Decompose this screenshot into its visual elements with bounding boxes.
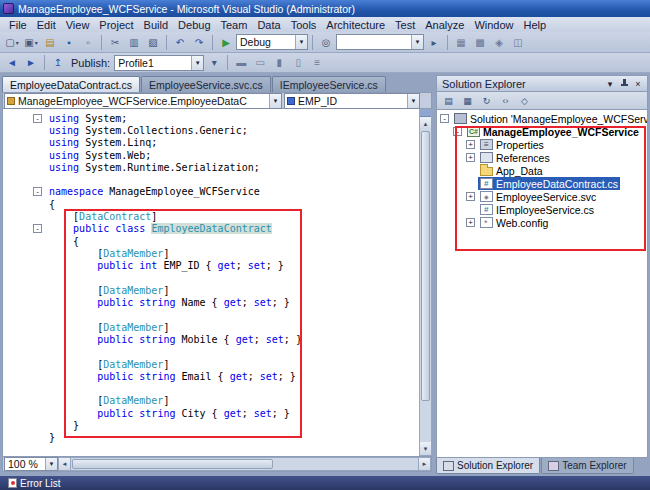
scroll-down-icon[interactable]: ▼ <box>420 442 431 455</box>
code-line: -namespace ManageEmployee_WCFService <box>3 186 419 198</box>
toolbox-icon[interactable]: ◫ <box>509 34 527 51</box>
menu-project[interactable]: Project <box>94 18 138 32</box>
redo-icon[interactable]: ↷ <box>190 34 208 51</box>
menu-test[interactable]: Test <box>390 18 420 32</box>
class-icon <box>7 97 15 105</box>
fold-toggle-icon[interactable]: - <box>33 187 42 196</box>
menu-help[interactable]: Help <box>519 18 552 32</box>
tree-item-employeedatacontract.cs[interactable]: EmployeeDataContract.cs <box>437 177 647 190</box>
error-list-tab[interactable]: Error List <box>2 477 67 489</box>
tree-expander-icon[interactable]: + <box>466 140 475 149</box>
menu-view[interactable]: View <box>61 18 95 32</box>
menu-tools[interactable]: Tools <box>286 18 322 32</box>
window-position-icon[interactable]: ▾ <box>603 77 617 90</box>
vscroll-track[interactable] <box>420 402 431 442</box>
menu-file[interactable]: File <box>4 18 32 32</box>
bookmark-icon[interactable]: ▬ <box>232 54 250 71</box>
tree-item-manageemployee_wcfservice[interactable]: -ManageEmployee_WCFService <box>437 125 647 138</box>
menu-team[interactable]: Team <box>216 18 253 32</box>
panel-tab-team-explorer[interactable]: Team Explorer <box>541 458 633 474</box>
undo-icon[interactable]: ↶ <box>171 34 189 51</box>
hscroll-thumb[interactable] <box>72 459 273 469</box>
view-class-diagram-icon[interactable]: ◇ <box>516 93 533 108</box>
tree-item-properties[interactable]: +Properties <box>437 138 647 151</box>
menu-debug[interactable]: Debug <box>173 18 215 32</box>
editor-horizontal-scrollbar[interactable] <box>71 457 418 471</box>
object-browser-icon[interactable]: ◈ <box>490 34 508 51</box>
code-line <box>3 272 419 284</box>
tree-expander-icon[interactable]: + <box>466 153 475 162</box>
chevron-down-icon[interactable]: ▼ <box>191 56 203 70</box>
split-handle[interactable] <box>420 110 431 117</box>
pin-icon[interactable] <box>617 77 631 90</box>
save-icon[interactable]: ▪ <box>60 34 78 51</box>
view-code-icon[interactable]: ‹› <box>497 93 514 108</box>
tree-expander-icon[interactable]: - <box>440 114 449 123</box>
chevron-down-icon[interactable]: ▼ <box>411 35 423 49</box>
tree-item-iemployeeservice.cs[interactable]: IEmployeeService.cs <box>437 203 647 216</box>
members-combo[interactable]: EMP_ID ▼ <box>284 93 420 109</box>
menu-build[interactable]: Build <box>139 18 173 32</box>
scroll-up-icon[interactable]: ▲ <box>420 117 431 130</box>
scroll-right-icon[interactable]: ► <box>418 457 431 471</box>
tree-expander-icon[interactable]: + <box>466 218 475 227</box>
save-all-icon[interactable]: ▫ <box>79 34 97 51</box>
paste-icon[interactable]: ▧ <box>144 34 162 51</box>
tree-expander-icon[interactable]: - <box>453 127 462 136</box>
scroll-left-icon[interactable]: ◄ <box>58 457 71 471</box>
publish-profile-combo[interactable]: Profile1▼ <box>114 55 204 71</box>
solution-explorer-header[interactable]: Solution Explorer ▾ × <box>436 75 648 92</box>
types-combo[interactable]: ManageEmployee_WCFService.EmployeeDataC … <box>4 93 282 109</box>
refresh-icon[interactable]: ↻ <box>478 93 495 108</box>
start-debugging-icon[interactable]: ▶ <box>217 34 235 51</box>
find-next-icon[interactable]: ▸ <box>425 34 443 51</box>
menu-window[interactable]: Window <box>469 18 518 32</box>
menu-edit[interactable]: Edit <box>32 18 61 32</box>
copy-icon[interactable]: ▥ <box>125 34 143 51</box>
fold-toggle-icon[interactable]: - <box>33 114 42 123</box>
tab-IEmployeeService.cs[interactable]: IEmployeeService.cs <box>272 76 386 92</box>
chevron-down-icon[interactable]: ▼ <box>45 458 57 470</box>
tab-EmployeeService.svc.cs[interactable]: EmployeeService.svc.cs <box>141 76 271 92</box>
publish-icon[interactable]: ↥ <box>49 54 67 71</box>
tab-EmployeeDataContract.cs[interactable]: EmployeeDataContract.cs <box>2 76 140 92</box>
tree-item-references[interactable]: +References <box>437 151 647 164</box>
tree-item-app_data[interactable]: App_Data <box>437 164 647 177</box>
panel-tab-solution-explorer[interactable]: Solution Explorer <box>436 458 540 474</box>
chevron-down-icon[interactable]: ▼ <box>269 94 281 108</box>
tree-item-solution-manageemployee_wcfservice-1-project-[interactable]: -Solution 'ManageEmployee_WCFService' (1… <box>437 112 647 125</box>
fold-toggle-icon[interactable]: - <box>33 224 42 233</box>
menu-analyze[interactable]: Analyze <box>420 18 469 32</box>
vscroll-thumb[interactable] <box>421 131 430 401</box>
se-properties-icon[interactable]: ▤ <box>440 93 457 108</box>
open-file-icon[interactable]: ▤ <box>41 34 59 51</box>
add-new-item-icon[interactable]: ▣▾ <box>22 34 40 51</box>
solution-explorer-toolbar-icon[interactable]: ▦ <box>452 34 470 51</box>
navigate-forward-icon[interactable]: ► <box>22 54 40 71</box>
menu-data[interactable]: Data <box>252 18 285 32</box>
menu-architecture[interactable]: Architecture <box>321 18 390 32</box>
find-icon[interactable]: ◎ <box>317 34 335 51</box>
quick-search-combo[interactable]: ▼ <box>336 34 424 50</box>
tree-expander-icon[interactable]: + <box>466 192 475 201</box>
navigate-backward-icon[interactable]: ◄ <box>3 54 21 71</box>
chevron-down-icon[interactable]: ▼ <box>295 35 307 49</box>
uncomment-icon[interactable]: ▮ <box>270 54 288 71</box>
comment-icon[interactable]: ▭ <box>251 54 269 71</box>
cut-icon[interactable]: ✂ <box>106 34 124 51</box>
close-icon[interactable]: × <box>631 77 645 90</box>
tree-item-web.config[interactable]: +Web.config <box>437 216 647 229</box>
chevron-down-icon[interactable]: ▼ <box>407 94 419 108</box>
properties-window-icon[interactable]: ▩ <box>471 34 489 51</box>
tree-item-label: ManageEmployee_WCFService <box>483 126 639 138</box>
tree-item-employeeservice.svc[interactable]: +EmployeeService.svc <box>437 190 647 203</box>
publish-settings-icon[interactable]: ▾ <box>205 54 223 71</box>
code-editor[interactable]: -using System;using System.Collections.G… <box>2 109 419 456</box>
new-project-icon[interactable]: ▢▾ <box>3 34 21 51</box>
editor-vertical-scrollbar[interactable]: ▲ ▼ <box>419 109 432 456</box>
zoom-combo[interactable]: 100 % ▼ <box>4 457 58 471</box>
debug-configuration-combo[interactable]: Debug▼ <box>236 34 308 50</box>
outdent-icon[interactable]: ≡ <box>308 54 326 71</box>
indent-icon[interactable]: ▯ <box>289 54 307 71</box>
show-all-files-icon[interactable]: ▦ <box>459 93 476 108</box>
